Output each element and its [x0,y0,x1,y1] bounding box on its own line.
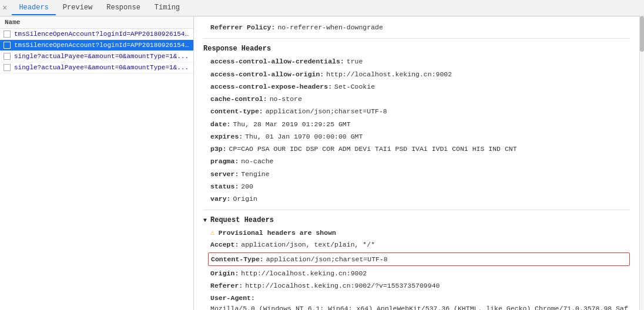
warning-icon: ⚠ [210,228,215,237]
referrer-policy-value: no-referrer-when-downgrade [277,22,383,32]
tab-timing[interactable]: Timing [147,1,187,15]
tab-headers[interactable]: Headers [12,1,55,15]
header-row: date: Thu, 28 Mar 2019 01:29:25 GMT [203,118,630,130]
item-checkbox-4[interactable] [4,64,11,71]
request-header-row: Referer: http://localhost.keking.cn:9002… [203,279,630,292]
content-type-row-highlighted: Content-Type: application/json;charset=U… [208,252,630,266]
list-item[interactable]: single?actualPayee=&amount=0&amountType=… [0,51,193,62]
tab-bar: × Headers Preview Response Timing [0,0,644,16]
header-row: expires: Thu, 01 Jan 1970 00:00:00 GMT [203,130,630,143]
list-item[interactable]: tmsSilenceOpenAccount?loginId=APP2018092… [0,40,193,51]
item-checkbox-2[interactable] [4,42,11,49]
left-panel: Name tmsSilenceOpenAccount?loginId=APP20… [0,16,194,310]
header-row: pragma: no-cache [203,155,630,167]
header-row: cache-control: no-store [203,93,630,105]
request-header-row: User-Agent: Mozilla/5.0 (Windows NT 6.1;… [203,292,630,310]
header-row: server: Tengine [203,168,630,180]
close-button[interactable]: × [2,4,7,13]
request-headers-title[interactable]: Request Headers [203,216,630,224]
header-row: access-control-expose-headers: Set-Cooki… [203,80,630,93]
header-row: content-type: application/json;charset=U… [203,105,630,117]
item-checkbox-1[interactable] [4,31,11,38]
request-header-row: Origin: http://localhost.keking.cn:9002 [203,267,630,279]
header-row: p3p: CP=CAO PSA OUR IDC DSP COR ADM DEVi… [203,143,630,155]
scrollbar-thumb[interactable] [640,16,644,52]
main-content: Name tmsSilenceOpenAccount?loginId=APP20… [0,16,644,310]
response-headers-title: Response Headers [203,45,630,53]
list-item[interactable]: single?actualPayee=&amount=0&amountType=… [0,62,193,73]
tab-preview[interactable]: Preview [56,1,99,15]
request-header-row: Accept: application/json, text/plain, */… [203,238,630,251]
item-checkbox-3[interactable] [4,53,11,60]
referrer-policy-row: Referrer Policy: no-referrer-when-downgr… [203,21,630,33]
provisional-warning-text: Provisional headers are shown [219,229,336,237]
tab-response[interactable]: Response [99,1,147,15]
scrollbar-track[interactable] [639,16,644,310]
provisional-warning-row: ⚠ Provisional headers are shown [203,227,630,238]
header-row: access-control-allow-credentials: true [203,55,630,68]
header-row: status: 200 [203,180,630,193]
list-item[interactable]: tmsSilenceOpenAccount?loginId=APP2018092… [0,29,193,40]
left-panel-header: Name [0,16,193,29]
header-row: vary: Origin [203,193,630,205]
header-row: access-control-allow-origin: http://loca… [203,68,630,80]
referrer-policy-name: Referrer Policy: [210,22,275,32]
right-panel[interactable]: Referrer Policy: no-referrer-when-downgr… [194,16,639,310]
